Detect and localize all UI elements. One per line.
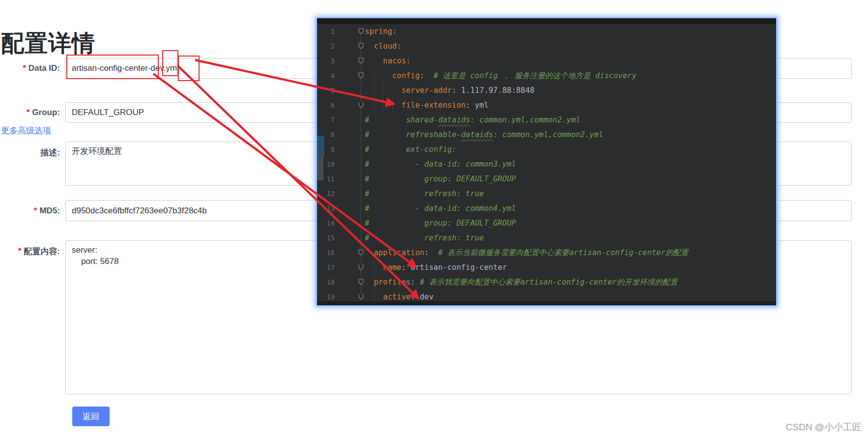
line-number: 4: [317, 68, 335, 83]
editor-line: 3 nacos:: [317, 54, 776, 68]
group-label: * Group:: [0, 102, 60, 123]
code-text: # shared-dataids: common.yml,common2.yml: [365, 113, 580, 127]
page-title: 配置详情: [1, 28, 95, 59]
editor-line: 18 profiles: # 表示我需要向配置中心索要artisan-confi…: [317, 275, 776, 290]
editor-bottom-bar: [317, 301, 776, 305]
required-mark: *: [23, 63, 26, 73]
fold-marker-icon: [358, 264, 364, 270]
back-button[interactable]: 返回: [72, 407, 110, 426]
editor-line: 15# refresh: true: [317, 231, 776, 245]
line-number: 11: [317, 172, 335, 186]
code-text: profiles: # 表示我需要向配置中心索要artisan-config-c…: [365, 275, 678, 290]
line-number: 1: [317, 24, 335, 39]
fold-marker-icon: [358, 249, 364, 256]
editor-line: 13# - data-id: common4.yml: [317, 201, 776, 216]
fold-marker-icon: [358, 58, 364, 64]
watermark: CSDN @小小工匠: [786, 421, 862, 434]
description-label: 描述:: [0, 142, 60, 163]
more-advanced-options-link[interactable]: 更多高级选项: [1, 125, 51, 136]
md5-label: * MD5:: [0, 200, 60, 221]
code-text: # ext-config:: [365, 142, 457, 157]
code-text: server-addr: 1.117.97.88:8848: [365, 83, 534, 98]
line-number: 7: [317, 113, 335, 127]
line-number: 17: [317, 260, 335, 275]
code-text: # group: DEFAULT_GROUP: [365, 216, 516, 231]
line-number: 6: [317, 98, 335, 113]
required-mark: *: [27, 108, 30, 117]
code-text: cloud:: [365, 39, 402, 54]
code-text: application: # 表示当前微服务需要向配置中心索要artisan-c…: [365, 245, 688, 260]
editor-line: 17 name: artisan-config-center: [317, 260, 776, 275]
code-text: name: artisan-config-center: [365, 260, 507, 275]
line-number: 5: [317, 83, 335, 98]
editor-lines: 1spring:2 cloud:3 nacos:4 config: # 这里是 …: [317, 24, 776, 304]
line-number: 2: [317, 39, 335, 54]
line-number: 9: [317, 142, 335, 157]
fold-marker-icon: [358, 102, 364, 108]
code-text: config: # 这里是 config ， 服务注册的这个地方是 discov…: [365, 68, 637, 83]
editor-line: 5 server-addr: 1.117.97.88:8848: [317, 83, 776, 98]
line-number: 14: [317, 216, 335, 231]
line-number: 18: [317, 275, 335, 290]
editor-line: 9# ext-config:: [317, 142, 776, 157]
fold-marker-icon: [358, 28, 364, 34]
code-text: file-extension: yml: [365, 98, 489, 113]
line-number: 15: [317, 231, 335, 245]
fold-marker-icon: [358, 72, 364, 79]
code-text: nacos:: [365, 54, 410, 68]
editor-line: 11# group: DEFAULT_GROUP: [317, 172, 776, 186]
code-text: # - data-id: common3.yml: [365, 157, 516, 172]
code-text: spring:: [365, 24, 397, 39]
config-detail-page: { "page": { "title": "配置详情", "watermark"…: [0, 0, 868, 438]
editor-line: 8# refreshable-dataids: common.yml,commo…: [317, 127, 776, 142]
editor-top-bar: [317, 18, 776, 24]
code-text: # - data-id: common4.yml: [365, 201, 516, 216]
editor-line: 16 application: # 表示当前微服务需要向配置中心索要artisa…: [317, 245, 776, 260]
fold-marker-icon: [358, 293, 364, 300]
data-id-label: * Data ID:: [0, 58, 60, 79]
line-number: 10: [317, 157, 335, 172]
required-mark: *: [34, 206, 37, 216]
line-number: 12: [317, 186, 335, 201]
code-text: # group: DEFAULT_GROUP: [365, 172, 516, 186]
code-text: # refreshable-dataids: common.yml,common…: [365, 127, 603, 142]
editor-line: 4 config: # 这里是 config ， 服务注册的这个地方是 disc…: [317, 68, 776, 83]
editor-line: 2 cloud:: [317, 39, 776, 54]
code-editor-overlay: 1spring:2 cloud:3 nacos:4 config: # 这里是 …: [317, 18, 776, 305]
editor-line: 7# shared-dataids: common.yml,common2.ym…: [317, 113, 776, 127]
editor-line: 14# group: DEFAULT_GROUP: [317, 216, 776, 231]
fold-marker-icon: [358, 279, 364, 285]
config-content-label: * 配置内容:: [0, 240, 60, 262]
code-text: # refresh: true: [365, 186, 484, 201]
editor-line: 12# refresh: true: [317, 186, 776, 201]
editor-line: 10# - data-id: common3.yml: [317, 157, 776, 172]
editor-line: 1spring:: [317, 24, 776, 39]
line-number: 13: [317, 201, 335, 216]
editor-line: 6 file-extension: yml: [317, 98, 776, 113]
required-mark: *: [18, 246, 22, 256]
line-number: 16: [317, 245, 335, 260]
line-number: 8: [317, 127, 335, 142]
code-text: # refresh: true: [365, 231, 484, 245]
fold-marker-icon: [358, 43, 364, 49]
line-number: 3: [317, 54, 335, 68]
